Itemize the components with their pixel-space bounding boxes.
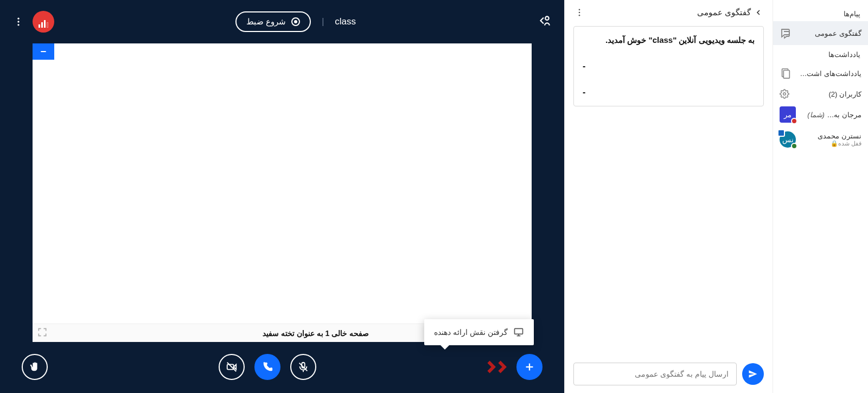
chat-icon	[780, 27, 793, 40]
users-section-header: کاربران (2)	[773, 85, 868, 102]
user-row[interactable]: مرجان به… (شما) مر	[773, 102, 868, 127]
chat-messages: به جلسه ویدیویی آنلاین "class" خوش آمدید…	[565, 23, 773, 355]
user-row[interactable]: نسترن محمدی قفل شده🔒 نس	[773, 127, 868, 152]
notes-icon	[780, 67, 792, 79]
raise-hand-button[interactable]	[22, 354, 48, 380]
sidebar-item-public-chat[interactable]: گفتگوی عمومی	[773, 21, 868, 45]
session-title: class	[335, 16, 356, 27]
notes-section-title: یادداشت‌ها	[773, 45, 868, 62]
messages-section-title: پیام‌ها	[773, 4, 868, 21]
sidebar-item-label: گفتگوی عمومی	[798, 29, 861, 37]
svg-point-3	[579, 9, 580, 10]
chevron-left-icon[interactable]	[754, 8, 763, 17]
hand-icon	[29, 361, 41, 373]
kebab-icon[interactable]	[575, 8, 584, 17]
minus-icon	[39, 47, 48, 56]
actions-button[interactable]	[516, 354, 542, 380]
chat-header: گفتگوی عمومی	[565, 0, 773, 23]
welcome-text: به جلسه ویدیویی آنلاین "class" خوش آمدید…	[583, 35, 755, 45]
gear-icon[interactable]	[780, 89, 789, 99]
presentation-icon	[513, 327, 524, 338]
fullscreen-icon	[37, 327, 48, 338]
webcam-button[interactable]	[219, 354, 245, 380]
separator: |	[322, 17, 324, 27]
svg-point-9	[545, 16, 549, 20]
presenter-badge-icon	[777, 129, 785, 137]
bottom-controls	[0, 347, 564, 393]
audio-badge-icon	[791, 143, 797, 149]
user-status: قفل شده🔒	[800, 140, 861, 147]
chat-input[interactable]	[573, 363, 737, 385]
whiteboard[interactable]	[33, 43, 532, 324]
svg-point-4	[579, 12, 580, 14]
sidebar-item-shared-notes[interactable]: یادداشت‌های اشت…	[773, 62, 868, 85]
user-name: نسترن محمدی	[800, 132, 861, 140]
mic-off-icon	[297, 361, 309, 373]
connection-status-icon[interactable]	[33, 11, 54, 33]
record-button[interactable]: شروع ضبط	[235, 11, 311, 32]
user-name: مرجان به…	[827, 111, 861, 119]
svg-point-5	[579, 15, 580, 16]
status-badge-icon	[791, 118, 797, 124]
presenter-tooltip: گرفتن نقش ارائه دهنده	[424, 319, 534, 345]
svg-point-2	[783, 93, 786, 96]
record-label: شروع ضبط	[246, 17, 286, 27]
options-kebab-icon[interactable]	[13, 16, 24, 27]
main-area: شروع ضبط | class صفحه خالی 1 به عنوا	[0, 0, 564, 393]
users-collapse-icon	[537, 14, 551, 28]
chevrons-indicator	[487, 358, 509, 376]
send-icon	[748, 369, 758, 379]
phone-icon	[261, 361, 273, 373]
audio-button[interactable]	[254, 354, 280, 380]
svg-point-6	[17, 18, 19, 20]
avatar: نس	[780, 131, 796, 148]
fullscreen-button[interactable]	[37, 327, 48, 340]
chat-panel: گفتگوی عمومی به جلسه ویدیویی آنلاین "cla…	[564, 0, 773, 393]
send-button[interactable]	[742, 363, 764, 385]
chevron-icon	[494, 358, 509, 376]
svg-point-7	[17, 21, 19, 22]
main-topbar: شروع ضبط | class	[0, 0, 564, 43]
sidebar-item-label: یادداشت‌های اشت…	[797, 69, 861, 78]
tooltip-text: گرفتن نقش ارائه دهنده	[434, 328, 508, 337]
plus-icon	[524, 361, 535, 373]
webcam-off-icon	[226, 361, 238, 373]
whiteboard-container: صفحه خالی 1 به عنوان تخته سفید	[0, 43, 564, 347]
welcome-message: به جلسه ویدیویی آنلاین "class" خوش آمدید…	[573, 26, 764, 106]
svg-line-16	[227, 363, 237, 372]
collapse-users-button[interactable]	[537, 14, 551, 30]
chat-input-row	[565, 355, 773, 393]
users-section-title: کاربران (2)	[828, 90, 861, 98]
svg-rect-11	[515, 328, 523, 334]
slide-label: صفحه خالی 1 به عنوان تخته سفید	[263, 329, 369, 338]
svg-rect-1	[783, 71, 789, 79]
microphone-button[interactable]	[290, 354, 316, 380]
avatar: مر	[780, 106, 796, 123]
record-dot-icon	[291, 17, 300, 26]
chat-title: گفتگوی عمومی	[697, 8, 751, 17]
user-you-label: (شما)	[807, 111, 825, 119]
sidebar-panel: پیام‌ها گفتگوی عمومی یادداشت‌ها یادداشت‌…	[773, 0, 868, 393]
minimize-presentation-button[interactable]	[33, 43, 54, 60]
svg-point-8	[17, 24, 19, 26]
